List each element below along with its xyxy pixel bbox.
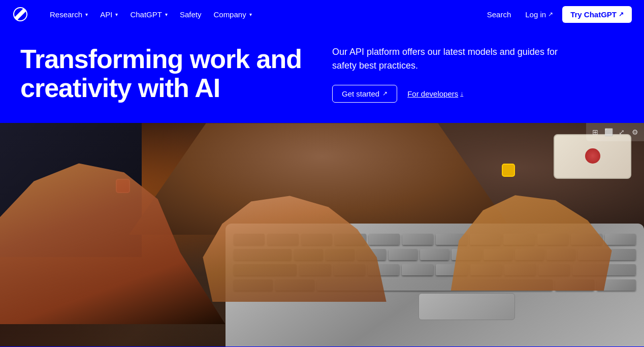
- expand-icon[interactable]: ⤢: [616, 126, 628, 138]
- nav-links: Research ▾ API ▾ ChatGPT ▾ Safety Compan…: [45, 7, 482, 22]
- hero-headline: Transforming work and creativity with AI: [20, 45, 312, 103]
- hero-image-container: ⊞ ⬜ ⤢ ⚙: [0, 123, 644, 346]
- frame-icon[interactable]: ⬜: [602, 126, 615, 138]
- nav-chatgpt[interactable]: ChatGPT ▾: [125, 7, 173, 22]
- key: [389, 249, 417, 260]
- nav-api[interactable]: API ▾: [95, 7, 123, 22]
- hero-photo: [0, 123, 644, 346]
- nav-safety[interactable]: Safety: [175, 7, 207, 22]
- api-chevron-icon: ▾: [115, 12, 118, 17]
- hero-description: Our API platform offers our latest model…: [332, 45, 576, 73]
- search-button[interactable]: Search: [482, 7, 517, 22]
- trackpad: [418, 293, 515, 320]
- key: [402, 234, 433, 245]
- settings-icon[interactable]: ⚙: [629, 126, 641, 138]
- hero-left: Transforming work and creativity with AI: [20, 45, 312, 103]
- nav-right: Search Log in ↗ Try ChatGPT ↗: [482, 6, 632, 23]
- logo-link[interactable]: [12, 6, 28, 22]
- nav-company[interactable]: Company ▾: [208, 7, 256, 22]
- hero-right: Our API platform offers our latest model…: [332, 45, 624, 103]
- research-chevron-icon: ▾: [85, 12, 88, 17]
- watch-yellow: [502, 164, 515, 177]
- company-chevron-icon: ▾: [249, 12, 252, 17]
- image-toolbar: ⊞ ⬜ ⤢ ⚙: [586, 123, 644, 141]
- chatgpt-chevron-icon: ▾: [165, 12, 168, 17]
- hero-buttons: Get started ↗ For developers ↓: [332, 85, 624, 103]
- openai-logo-icon: [12, 6, 28, 22]
- hero-section: Transforming work and creativity with AI…: [0, 28, 644, 123]
- key: [605, 234, 636, 245]
- nav-research[interactable]: Research ▾: [45, 7, 93, 22]
- key: [402, 264, 433, 275]
- navbar: Research ▾ API ▾ ChatGPT ▾ Safety Compan…: [0, 0, 644, 28]
- key: [369, 234, 400, 245]
- key: [420, 249, 449, 260]
- get-started-button[interactable]: Get started ↗: [332, 85, 397, 103]
- login-button[interactable]: Log in ↗: [520, 7, 558, 22]
- try-chatgpt-button[interactable]: Try ChatGPT ↗: [562, 6, 632, 23]
- grid-view-icon[interactable]: ⊞: [589, 126, 601, 138]
- for-developers-button[interactable]: For developers ↓: [407, 89, 463, 98]
- tablet-logo: [585, 148, 600, 164]
